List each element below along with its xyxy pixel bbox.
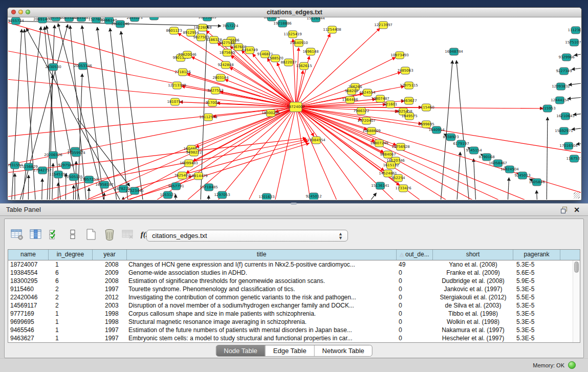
minimize-window-icon[interactable] xyxy=(18,10,23,14)
scrollbar-thumb[interactable] xyxy=(574,261,579,273)
table-row[interactable]: 1872400712008Changes of HCN gene express… xyxy=(8,260,580,269)
citation-edge-red[interactable] xyxy=(293,39,296,107)
table-row[interactable]: 1830029562008Estimation of significance … xyxy=(8,277,580,285)
graph-node[interactable]: 1112305 xyxy=(568,27,581,34)
table-row[interactable]: 911546021997Tourette syndrome. Phenomeno… xyxy=(8,285,580,293)
graph-node[interactable]: 8601123 xyxy=(166,27,182,34)
graph-node[interactable]: 12444154 xyxy=(551,97,569,104)
graph-node[interactable]: 9463627 xyxy=(401,97,417,104)
graph-node[interactable]: 6179197 xyxy=(453,140,469,147)
citation-edge-black[interactable] xyxy=(536,190,538,200)
network-graph-canvas[interactable]: 9355724206914061065287108532811065328715… xyxy=(8,17,581,200)
citation-edge-black[interactable] xyxy=(11,29,21,200)
graph-node[interactable]: 20206526 xyxy=(44,151,62,159)
graph-node[interactable]: 16914479 xyxy=(189,172,208,180)
column-header-name[interactable]: name xyxy=(8,250,49,260)
graph-node[interactable]: 15136141 xyxy=(371,182,389,189)
citation-edge-black[interactable] xyxy=(28,175,29,200)
graph-node[interactable]: 7986322 xyxy=(353,107,369,115)
graph-node[interactable]: 2630530 xyxy=(45,63,61,71)
citation-edge-red[interactable] xyxy=(277,62,296,107)
graph-node[interactable]: 2718126 xyxy=(175,69,191,76)
graph-node[interactable]: 1696148 xyxy=(302,48,318,55)
table-mode-icon[interactable] xyxy=(10,226,25,243)
citation-edge-black[interactable] xyxy=(82,26,105,200)
graph-node[interactable]: 9297588 xyxy=(58,162,74,169)
citation-edge-black[interactable] xyxy=(58,183,58,200)
window-resize-grip[interactable] xyxy=(574,192,580,199)
citation-edge-black[interactable] xyxy=(572,67,581,70)
graph-node[interactable]: 917004 xyxy=(206,99,220,106)
graph-node[interactable]: 1624554 xyxy=(359,89,376,96)
graph-node[interactable]: 12213997 xyxy=(374,21,393,29)
table-row[interactable]: 969969511998Structural magnetic resonanc… xyxy=(8,318,580,326)
table-selector-dropdown[interactable]: citations_edges.txt ▲▼ xyxy=(146,230,348,242)
graph-node[interactable]: 1733426 xyxy=(395,185,411,192)
splitter-handle[interactable] xyxy=(291,203,297,205)
graph-node[interactable]: 1640954 xyxy=(428,126,445,134)
citation-edge-black[interactable] xyxy=(547,117,548,200)
graph-node[interactable]: 15640910 xyxy=(290,39,308,47)
graph-node[interactable]: 7485063 xyxy=(397,67,413,74)
graph-node[interactable]: 9329966 xyxy=(558,54,575,61)
graph-node[interactable]: 16210643 xyxy=(556,113,575,120)
citation-edge-black[interactable] xyxy=(21,27,41,200)
citation-edge-red[interactable] xyxy=(296,107,312,200)
show-column-icon[interactable] xyxy=(28,226,43,243)
table-scrollbar[interactable] xyxy=(573,260,580,342)
graph-node[interactable]: 15751074 xyxy=(565,39,581,46)
table-row[interactable]: 977716911998Corpus callosum shape and si… xyxy=(8,310,580,318)
citation-edge-red[interactable] xyxy=(208,107,296,200)
graph-node[interactable]: 10112543 xyxy=(199,114,217,121)
graph-node[interactable]: 9115460 xyxy=(418,104,434,111)
graph-node[interactable]: 19218886 xyxy=(273,20,292,27)
float-panel-icon[interactable] xyxy=(560,206,568,213)
table-row[interactable]: 1938455462009Genome-wide association stu… xyxy=(8,269,580,277)
graph-node[interactable]: 20053346 xyxy=(74,62,92,70)
graph-node[interactable]: 19384554 xyxy=(307,137,325,144)
column-header-year[interactable]: year xyxy=(93,250,127,260)
graph-node[interactable]: 1167533 xyxy=(566,155,581,162)
graph-node[interactable]: 12093832 xyxy=(552,83,570,90)
citation-edge-red[interactable] xyxy=(225,79,296,107)
graph-node[interactable]: 15126544 xyxy=(307,17,325,22)
graph-node[interactable]: 7857224 xyxy=(222,23,238,30)
graph-node[interactable]: 1362615 xyxy=(296,62,312,70)
delete-column-icon[interactable] xyxy=(102,226,117,243)
graph-node[interactable]: 9227349 xyxy=(556,68,572,75)
citation-edge-black[interactable] xyxy=(208,195,209,200)
citation-edge-black[interactable] xyxy=(104,193,104,200)
tab-node-table[interactable]: Node Table xyxy=(216,345,265,356)
citation-edge-red[interactable] xyxy=(296,107,362,120)
graph-node[interactable]: 1701633 xyxy=(258,193,274,200)
graph-node[interactable]: 11254408 xyxy=(323,26,341,33)
table-row[interactable]: 1456911722003Disruption of a novel membe… xyxy=(8,301,580,310)
table-row[interactable]: 2242004622012Investigating the contribut… xyxy=(8,293,580,301)
graph-node[interactable]: 1053123 xyxy=(160,191,176,199)
network-window-titlebar[interactable]: citations_edges.txt xyxy=(8,8,581,17)
column-header-outde[interactable]: △out_de... xyxy=(397,250,433,260)
new-column-icon[interactable] xyxy=(83,226,99,243)
graph-node[interactable]: 12975115 xyxy=(400,82,418,89)
tab-edge-table[interactable]: Edge Table xyxy=(265,345,314,356)
citation-edge-black[interactable] xyxy=(52,163,53,200)
citation-edge-black[interactable] xyxy=(568,97,581,99)
select-columns-icon[interactable] xyxy=(47,226,62,243)
graph-node[interactable]: 9857791 xyxy=(168,183,184,190)
graph-node[interactable]: 10924504 xyxy=(500,166,519,173)
row-options-icon[interactable] xyxy=(65,226,80,243)
citation-edge-black[interactable] xyxy=(41,179,42,200)
graph-node[interactable]: 15720407 xyxy=(357,117,376,124)
column-header-short[interactable]: short xyxy=(433,250,513,260)
graph-node[interactable]: 8427552 xyxy=(207,87,223,94)
graph-node[interactable]: 17016504 xyxy=(559,142,578,149)
graph-node[interactable]: 15692971 xyxy=(555,127,573,135)
zoom-window-icon[interactable] xyxy=(26,10,30,14)
graph-node[interactable]: 16033809 xyxy=(198,17,216,21)
column-header-pagerank[interactable]: pagerank xyxy=(513,250,560,260)
graph-node[interactable]: 12213349 xyxy=(168,82,186,89)
close-panel-icon[interactable]: ✕ xyxy=(574,205,580,214)
citation-edge-black[interactable] xyxy=(507,178,509,200)
citation-edge-black[interactable] xyxy=(569,82,581,85)
graph-node[interactable]: 1297053 xyxy=(214,191,230,199)
